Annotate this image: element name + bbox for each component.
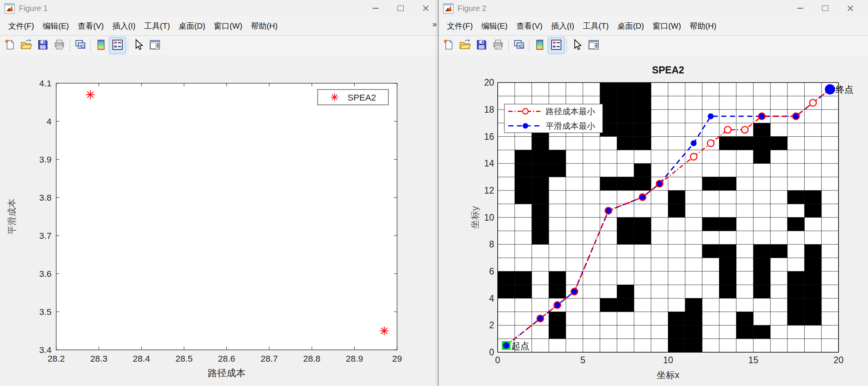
y-tick-labels: 3.43.53.63.73.83.944.1 [39,79,51,355]
matlab-figure-icon [4,3,15,14]
maximize-button[interactable] [388,0,413,16]
colormap-editor-button[interactable] [93,37,109,54]
minimize-button[interactable] [787,0,813,16]
figure2-toolbar [439,36,868,56]
copy-figure-icon [513,39,525,52]
open-file-button[interactable] [18,37,35,54]
menu-item[interactable]: 查看(V) [512,18,547,34]
x-axis-label: 路径成本 [208,368,246,378]
svg-text:2: 2 [489,320,494,330]
print-figure-button[interactable] [490,37,506,54]
menu-item[interactable]: 帮助(H) [685,18,721,34]
svg-text:28.5: 28.5 [175,354,193,364]
svg-text:3.5: 3.5 [39,307,51,317]
figure2-titlebar: Figure 2 [439,0,868,16]
new-figure-button[interactable] [440,37,457,54]
svg-text:29: 29 [392,354,402,364]
maximize-button[interactable] [813,0,838,16]
menu-item[interactable]: 工具(T) [140,18,175,34]
close-icon [422,5,429,12]
menu-item[interactable]: 查看(V) [73,18,108,34]
print-figure-icon [53,39,65,52]
save-figure-icon [37,39,49,52]
svg-text:4: 4 [489,293,494,304]
svg-text:14: 14 [484,158,494,168]
svg-text:3.4: 3.4 [39,345,51,355]
svg-text:15: 15 [748,355,758,365]
menu-item[interactable]: 桌面(D) [613,18,648,34]
pareto-scatter-chart: 28.228.328.428.528.628.728.828.9293.43.5… [0,55,438,386]
svg-text:3.6: 3.6 [39,269,51,279]
minimize-button[interactable] [363,0,388,16]
figure2-canvas: 0510152002468101214161820SPEA2坐标x坐标y起点终点… [439,55,868,386]
svg-text:6: 6 [489,266,494,276]
save-figure-button[interactable] [35,37,51,54]
toolbar-separator [508,39,509,52]
menu-item[interactable]: 窗口(W) [648,18,685,34]
figure1-toolbar [0,36,438,56]
pointer-button[interactable] [569,37,585,54]
property-editor-button[interactable] [548,37,565,54]
svg-text:4.1: 4.1 [39,79,51,88]
start-point: 起点 [502,341,530,351]
menu-item[interactable]: 桌面(D) [174,18,210,34]
close-icon [847,5,854,12]
menu-item[interactable]: 文件(F) [4,18,39,34]
svg-text:3.9: 3.9 [39,155,51,165]
print-figure-icon [492,39,504,52]
plot-browser-button[interactable] [585,37,602,54]
copy-figure-icon [74,39,86,52]
menu-overflow-icon[interactable]: » [432,20,437,29]
menu-item[interactable]: 编辑(E) [477,18,512,34]
svg-text:28.4: 28.4 [133,354,150,364]
copy-figure-button[interactable] [511,37,527,54]
property-editor-button[interactable] [109,37,126,54]
save-figure-button[interactable] [473,37,490,54]
x-axis-label: 坐标x [657,370,680,380]
legend: 路径成本最小平滑成本最小 [504,104,603,133]
colormap-editor-icon [535,39,544,52]
pointer-button[interactable] [130,37,147,54]
open-file-button[interactable] [457,37,473,54]
menu-item[interactable]: 窗口(W) [210,18,246,34]
figure1-menubar: 文件(F)编辑(E)查看(V)插入(I)工具(T)桌面(D)窗口(W)帮助(H)… [0,16,438,36]
menu-item[interactable]: 文件(F) [443,18,477,34]
y-tick-labels: 02468101214161820 [484,77,494,357]
new-figure-button[interactable] [2,37,18,54]
menu-item[interactable]: 编辑(E) [39,18,74,34]
legend-label: SPEA2 [348,93,376,102]
toolbar-separator [128,39,128,52]
svg-text:12: 12 [484,185,494,196]
pointer-icon [572,39,583,52]
figure1-titlebar: Figure 1 [0,0,438,16]
y-axis-label: 平滑成本 [7,199,17,235]
colormap-editor-button[interactable] [531,37,548,54]
colormap-editor-icon [96,39,106,52]
plot-browser-button[interactable] [147,37,163,54]
toolbar-separator [529,39,530,52]
copy-figure-button[interactable] [72,37,88,54]
svg-text:28.9: 28.9 [346,354,363,364]
menu-item[interactable]: 插入(I) [108,18,140,34]
plot-area [56,83,397,350]
svg-text:4: 4 [46,117,51,126]
menu-item[interactable]: 插入(I) [547,18,579,34]
window-controls [363,0,438,16]
figure1-canvas: 28.228.328.428.528.628.728.828.9293.43.5… [0,55,438,386]
svg-text:28.7: 28.7 [261,354,278,364]
window-title: Figure 2 [458,4,486,13]
close-button[interactable] [413,0,438,16]
figure2-menubar: 文件(F)编辑(E)查看(V)插入(I)工具(T)桌面(D)窗口(W)帮助(H) [439,16,868,36]
menu-item[interactable]: 帮助(H) [246,18,282,34]
close-button[interactable] [838,0,863,16]
legend-label-path-cost: 路径成本最小 [546,107,595,116]
svg-text:8: 8 [489,239,494,249]
chart-title: SPEA2 [652,64,684,75]
toolbar-separator [70,39,70,52]
menu-item[interactable]: 工具(T) [579,18,613,34]
maximize-icon [822,5,828,11]
print-figure-button[interactable] [51,37,68,54]
asterisk-marker [86,90,95,99]
grid-path-map-chart: 0510152002468101214161820SPEA2坐标x坐标y起点终点… [439,55,868,386]
svg-text:20: 20 [833,355,844,365]
